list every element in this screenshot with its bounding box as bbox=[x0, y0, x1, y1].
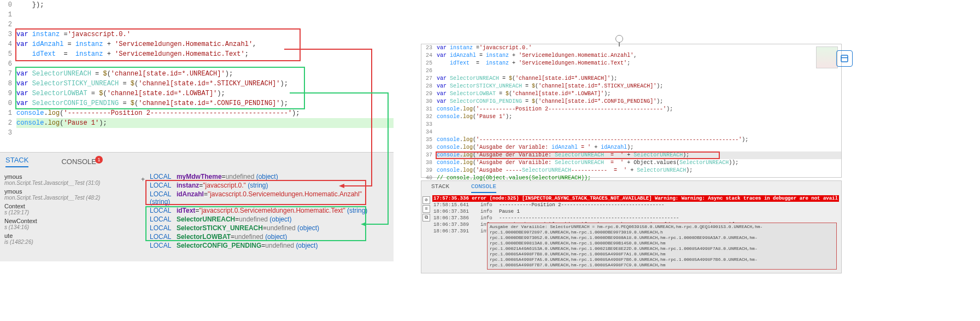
local-row[interactable]: LOCAL SelectorSTICKY_UNREACH=undefined (… bbox=[148, 224, 383, 232]
code-line[interactable]: console.log('Ausgabe -----SelectorUNREAC… bbox=[437, 167, 841, 174]
local-row[interactable]: LOCAL SelectorLOWBAT=undefined (object) bbox=[148, 232, 383, 241]
code-line[interactable]: var idAnzahl = instanz + 'Servicemeldung… bbox=[437, 52, 841, 60]
log-row[interactable]: 18:06:37.386info------------------------… bbox=[432, 215, 839, 221]
code-line[interactable]: var instanz ='javacscript.0.' bbox=[16, 30, 394, 39]
tab-console[interactable]: CONSOLE1 bbox=[61, 156, 103, 167]
code-line[interactable] bbox=[16, 59, 394, 69]
code-line[interactable]: var instanz ='javacscript.0.' bbox=[437, 44, 841, 52]
log-row[interactable]: 18:06:37.381infoPause 1 bbox=[432, 208, 839, 215]
local-row[interactable]: LOCAL SelectorUNREACH=undefined (object) bbox=[148, 215, 383, 224]
code-line[interactable]: console.log('-----------Position 2------… bbox=[16, 108, 394, 118]
local-row[interactable]: LOCAL myMdwTheme=undefined (object) bbox=[148, 172, 383, 181]
code-line[interactable]: var idAnzahl = instanz + 'Servicemeldung… bbox=[16, 39, 394, 49]
code-line[interactable]: idText = instanz + 'Servicemeldungen.Hom… bbox=[16, 49, 394, 59]
right-console-panel: STACK CONSOLE ⊘ ≡ ⧉ 17:57:35.336 error (… bbox=[421, 180, 842, 273]
callstack-item[interactable]: Contexts (129:17) bbox=[0, 202, 142, 217]
left-code-editor[interactable]: 01234567890123 });var instanz ='javacscr… bbox=[0, 0, 394, 148]
rc-tab-console[interactable]: CONSOLE bbox=[471, 183, 496, 193]
code-line[interactable]: var SelectorSTICKY_UNREACH = $('channel[… bbox=[16, 79, 394, 89]
code-line[interactable]: var SelectorCONFIG_PENDING = $('channel[… bbox=[16, 98, 394, 108]
console-tabs: STACK CONSOLE bbox=[431, 183, 496, 193]
code-line[interactable]: var SelectorCONFIG_PENDING = $('channel[… bbox=[437, 98, 841, 106]
console-badge: 1 bbox=[95, 156, 103, 164]
code-line[interactable]: var SelectorLOWBAT = $('channel[state.id… bbox=[16, 89, 394, 98]
rc-tab-stack[interactable]: STACK bbox=[431, 183, 449, 193]
local-row[interactable]: LOCAL idText="javacscript.0.Servicemeldu… bbox=[148, 206, 383, 215]
code-line[interactable]: console.log('Ausgabe der Varaiible: Sele… bbox=[437, 151, 841, 159]
code-line[interactable] bbox=[16, 128, 394, 138]
code-line[interactable]: var SelectorLOWBAT = $('channel[state.id… bbox=[437, 90, 841, 98]
code-line[interactable]: var SelectorSTICKY_UNREACH = $('channel[… bbox=[437, 83, 841, 90]
left-code-area[interactable]: });var instanz ='javacscript.0.'var idAn… bbox=[16, 0, 394, 148]
code-line[interactable]: console.log('Pause 1'); bbox=[437, 113, 841, 121]
code-line[interactable]: console.log('---------------------------… bbox=[437, 136, 841, 144]
selector-dump-box[interactable]: Ausgabe der Varaiible: SelectorUNREACH =… bbox=[487, 223, 837, 270]
code-line[interactable]: var SelectorUNREACH = $('channel[state.i… bbox=[16, 69, 394, 79]
code-line[interactable] bbox=[437, 129, 841, 136]
debug-tabs: STACK CONSOLE1 bbox=[5, 156, 103, 167]
log-row-error: 17:57:35.336 error (node:325) [INSPECTOR… bbox=[432, 195, 839, 202]
right-code-area[interactable]: var instanz ='javacscript.0.'var idAnzah… bbox=[437, 44, 841, 177]
floating-tool-icon[interactable] bbox=[836, 50, 853, 67]
code-line[interactable]: console.log('Pause 1'); bbox=[16, 118, 394, 128]
callstack-item[interactable]: ymousmon.Script.Test.Javascript__Test (4… bbox=[0, 187, 142, 202]
local-row[interactable]: LOCAL idAnzahl="javacscript.0.Servicemel… bbox=[148, 190, 383, 206]
local-row[interactable]: LOCAL SelectorCONFIG_PENDING=undefined (… bbox=[148, 241, 383, 250]
code-line[interactable] bbox=[437, 121, 841, 129]
left-debug-panel: STACK CONSOLE1 + ymousmon.Script.Test.Ja… bbox=[0, 152, 394, 261]
filter-icon[interactable]: ≡ bbox=[422, 205, 430, 213]
code-line[interactable]: var SelectorUNREACH = $('channel[state.i… bbox=[437, 75, 841, 83]
tab-stack[interactable]: STACK bbox=[5, 156, 28, 167]
code-line[interactable]: idText = instanz + 'Servicemeldungen.Hom… bbox=[437, 60, 841, 67]
right-code-editor[interactable]: 23242526272829303132333435363738394041 v… bbox=[421, 44, 842, 178]
svg-rect-0 bbox=[841, 55, 848, 62]
callstack-item[interactable]: uteis (1482:26) bbox=[0, 231, 142, 246]
copy-icon[interactable]: ⧉ bbox=[422, 214, 430, 221]
locals-list[interactable]: LOCAL myMdwTheme=undefined (object)LOCAL… bbox=[148, 172, 383, 250]
code-line[interactable] bbox=[437, 67, 841, 75]
tab-console-label: CONSOLE bbox=[61, 157, 96, 166]
code-line[interactable]: console.log('Ausgabe der Varaiible: Sele… bbox=[437, 159, 841, 167]
callstack-item[interactable]: ymousmon.Script.Test.Javascript__Test (3… bbox=[0, 172, 142, 187]
left-gutter: 01234567890123 bbox=[0, 0, 16, 148]
callstack-item[interactable]: NewContexts (134:16) bbox=[0, 217, 142, 231]
callstack-list[interactable]: ymousmon.Script.Test.Javascript__Test (3… bbox=[0, 172, 142, 246]
code-line[interactable]: console.log('Ausgabe der Variable: idAnz… bbox=[437, 144, 841, 151]
console-toolbar: ⊘ ≡ ⧉ bbox=[422, 196, 430, 221]
code-line[interactable]: }); bbox=[16, 0, 394, 10]
code-line[interactable] bbox=[16, 20, 394, 30]
code-line[interactable]: console.log('-----------Position 2------… bbox=[437, 106, 841, 113]
minimap[interactable] bbox=[816, 46, 838, 68]
clear-icon[interactable]: ⊘ bbox=[422, 196, 430, 204]
right-gutter: 23242526272829303132333435363738394041 bbox=[421, 44, 437, 177]
code-line[interactable] bbox=[16, 10, 394, 20]
annotation-handle-icon[interactable] bbox=[615, 35, 623, 43]
log-error-msg: 17:57:35.336 error (node:325) [INSPECTOR… bbox=[433, 195, 838, 202]
log-row[interactable]: 17:58:15.641info-----------Position 2---… bbox=[432, 202, 839, 208]
local-row[interactable]: LOCAL instanz="javacscript.0." (string) bbox=[148, 181, 383, 190]
